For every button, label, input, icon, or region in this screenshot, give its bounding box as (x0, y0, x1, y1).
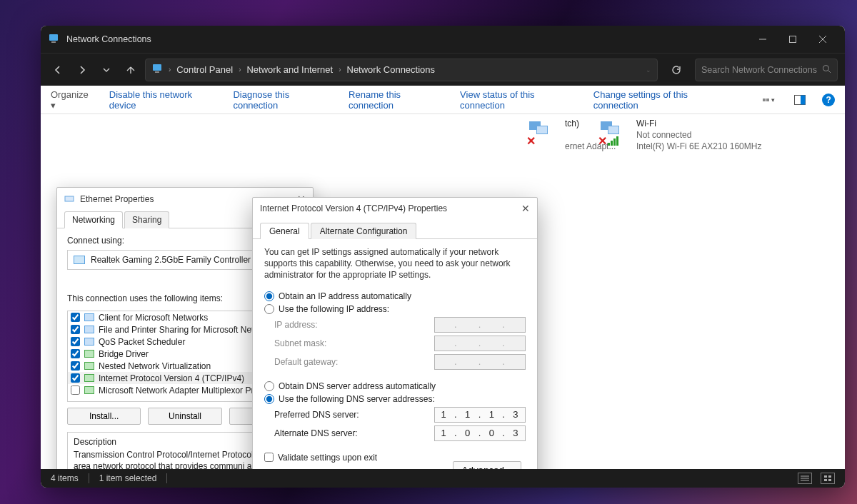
radio-ip-manual[interactable]: Use the following IP address: (264, 304, 526, 314)
recent-locations-button[interactable] (96, 60, 116, 80)
radio-ip-auto[interactable]: Obtain an IP address automatically (264, 291, 526, 301)
svg-rect-0 (49, 34, 58, 41)
cmd-diagnose[interactable]: Diagnose this connection (233, 89, 334, 111)
tiles-view-button[interactable] (821, 473, 835, 484)
dialog-titlebar[interactable]: Internet Protocol Version 4 (TCP/IPv4) P… (253, 198, 537, 219)
search-icon (822, 64, 831, 76)
dialog-title: Ethernet Properties (80, 194, 154, 204)
breadcrumb[interactable]: Network Connections (347, 64, 436, 75)
list-item-label: Client for Microsoft Networks (99, 313, 208, 323)
checkbox[interactable] (71, 373, 80, 383)
cmd-disable[interactable]: Disable this network device (109, 89, 219, 111)
validate-checkbox[interactable] (264, 453, 274, 462)
ip-address-input: ... (434, 317, 526, 333)
tab-row: General Alternate Configuration (253, 222, 537, 239)
radio-dns-auto[interactable]: Obtain DNS server address automatically (264, 381, 526, 391)
search-input[interactable] (701, 65, 822, 75)
address-bar[interactable]: › Control Panel › Network and Internet ›… (145, 59, 658, 81)
details-view-button[interactable] (798, 473, 812, 484)
tab-sharing[interactable]: Sharing (124, 211, 169, 228)
radio[interactable] (264, 381, 274, 391)
radio-label: Obtain an IP address automatically (279, 291, 411, 301)
organize-menu[interactable]: Organize ▾ (51, 89, 95, 111)
alt-dns-input[interactable]: 1. 0. 0. 3 (434, 425, 526, 441)
minimize-button[interactable] (748, 29, 778, 49)
refresh-button[interactable] (665, 59, 688, 81)
advanced-button[interactable]: Advanced... (453, 461, 521, 469)
connection-adapter: Intel(R) Wi-Fi 6E AX210 160MHz (636, 141, 761, 151)
gateway-label: Default gateway: (274, 357, 434, 367)
close-button[interactable] (808, 29, 838, 49)
adapter-name: Realtek Gaming 2.5GbE Family Controller (91, 255, 251, 265)
uninstall-button[interactable]: Uninstall (148, 408, 221, 425)
list-item-label: QoS Packet Scheduler (99, 337, 185, 347)
tab-general[interactable]: General (260, 223, 309, 239)
chevron-right-icon: › (169, 66, 171, 74)
wifi-icon: ✕ (598, 119, 629, 147)
checkbox[interactable] (71, 385, 80, 395)
radio-label: Use the following IP address: (279, 304, 389, 314)
up-button[interactable] (121, 60, 141, 80)
view-options-button[interactable]: ▾ (761, 91, 777, 109)
svg-rect-17 (828, 475, 831, 478)
svg-rect-1 (51, 41, 56, 43)
list-item-label: File and Printer Sharing for Microsoft N… (99, 325, 268, 335)
svg-rect-6 (153, 64, 161, 71)
checkbox[interactable] (71, 337, 80, 346)
tab-alternate[interactable]: Alternate Configuration (311, 223, 417, 239)
protocol-icon (84, 338, 94, 346)
cmd-rename[interactable]: Rename this connection (349, 89, 446, 111)
forward-button[interactable] (72, 60, 92, 80)
command-bar: Organize ▾ Disable this network device D… (41, 86, 845, 114)
navbar: › Control Panel › Network and Internet ›… (41, 53, 845, 86)
svg-rect-12 (65, 196, 74, 201)
cmd-status[interactable]: View status of this connection (460, 89, 579, 111)
svg-rect-18 (824, 479, 827, 481)
breadcrumb[interactable]: Network and Internet (246, 64, 333, 75)
pref-dns-input[interactable]: 1. 1. 1. 3 (434, 407, 526, 423)
ipv4-properties-dialog: Internet Protocol Version 4 (TCP/IPv4) P… (252, 197, 538, 469)
explorer-window: Network Connections › Cont (41, 26, 845, 488)
close-icon[interactable]: ✕ (521, 203, 530, 214)
svg-rect-7 (155, 71, 159, 73)
ip-address-label: IP address: (274, 320, 434, 330)
preview-pane-button[interactable] (791, 91, 808, 109)
radio[interactable] (264, 394, 274, 404)
titlebar: Network Connections (41, 26, 845, 53)
disconnected-icon: ✕ (598, 134, 607, 148)
info-text: You can get IP settings assigned automat… (264, 246, 526, 281)
connections-pane: ✕ tch) ernet Adapt... ✕ Wi-Fi Not connec… (41, 114, 845, 469)
svg-point-8 (823, 65, 829, 71)
back-button[interactable] (48, 60, 68, 80)
connection-status: Not connected (636, 130, 761, 140)
checkbox[interactable] (71, 349, 80, 358)
chevron-down-icon[interactable]: ⌄ (646, 66, 651, 74)
subnet-input: ... (434, 336, 526, 351)
status-item-count: 4 items (51, 473, 79, 483)
svg-line-9 (828, 70, 831, 73)
svg-rect-16 (824, 475, 827, 478)
radio-dns-manual[interactable]: Use the following DNS server addresses: (264, 394, 526, 404)
connection-item-wifi[interactable]: ✕ Wi-Fi Not connected Intel(R) Wi-Fi 6E … (598, 119, 761, 151)
radio[interactable] (264, 291, 274, 301)
breadcrumb[interactable]: Control Panel (176, 64, 233, 75)
checkbox[interactable] (71, 313, 80, 322)
maximize-button[interactable] (778, 29, 808, 49)
radio-label: Use the following DNS server addresses: (279, 394, 435, 404)
svg-rect-19 (828, 479, 831, 481)
install-button[interactable]: Install... (67, 408, 141, 425)
chevron-right-icon: › (339, 66, 341, 74)
search-box[interactable] (695, 59, 838, 81)
protocol-icon (84, 362, 94, 370)
tab-networking[interactable]: Networking (64, 211, 123, 228)
subnet-label: Subnet mask: (274, 338, 434, 348)
validate-label: Validate settings upon exit (278, 453, 377, 463)
checkbox[interactable] (71, 361, 80, 371)
cmd-change[interactable]: Change settings of this connection (593, 89, 732, 111)
checkbox[interactable] (71, 325, 80, 334)
radio[interactable] (264, 304, 274, 314)
svg-rect-3 (790, 36, 796, 43)
help-button[interactable]: ? (822, 94, 835, 106)
disconnected-icon: ✕ (526, 134, 536, 148)
list-item-label: Nested Network Virtualization (99, 361, 211, 371)
